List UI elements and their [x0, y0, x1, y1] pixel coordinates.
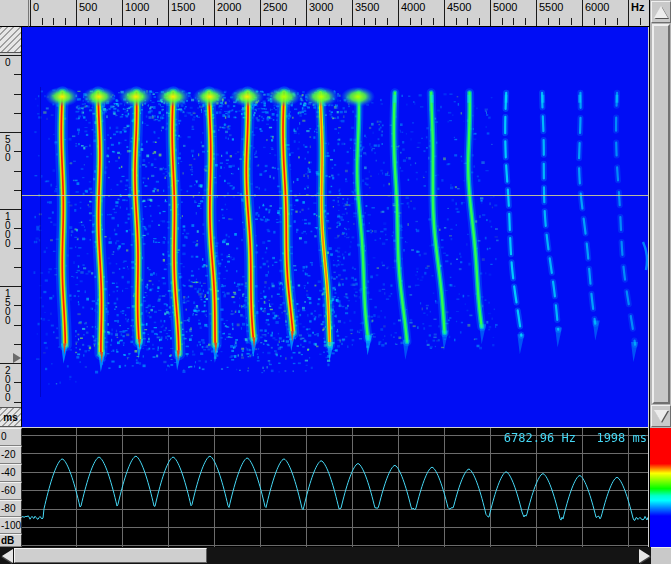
freq-tick	[260, 0, 261, 26]
freq-tick-minor	[203, 18, 204, 25]
freq-tick-minor	[617, 18, 618, 25]
freq-tick-minor	[502, 18, 503, 25]
freq-tick-minor	[237, 18, 238, 25]
freq-tick-minor	[525, 18, 526, 25]
vertical-scrollbar[interactable]	[649, 0, 671, 428]
freq-tick-label: 2000	[217, 1, 241, 13]
freq-tick-minor	[134, 18, 135, 25]
freq-tick-minor	[226, 18, 227, 25]
scroll-right-button[interactable]	[637, 547, 651, 564]
freq-tick-minor	[111, 18, 112, 25]
freq-tick-label: 5500	[539, 1, 563, 13]
db-scale-label: 0	[0, 428, 22, 446]
freq-tick-minor	[157, 18, 158, 25]
freq-tick	[214, 0, 215, 26]
freq-tick-label: 3000	[309, 1, 333, 13]
time-tick-minor	[14, 382, 21, 383]
time-unit-label: ms	[3, 412, 17, 423]
scrollbar-corner-box	[651, 547, 671, 564]
db-unit-label: dB	[0, 534, 22, 547]
freq-tick-minor	[513, 18, 514, 25]
vertical-scrollbar-thumb[interactable]	[652, 24, 670, 404]
freq-tick-minor	[295, 18, 296, 25]
freq-tick-minor	[42, 18, 43, 25]
freq-tick-label: 1000	[125, 1, 149, 13]
time-tick-minor	[14, 248, 21, 249]
freq-tick	[536, 0, 537, 26]
freq-tick-label: 4500	[447, 1, 471, 13]
up-arrow-icon	[654, 6, 668, 18]
db-scale-label: -20	[0, 446, 22, 464]
time-tick-minor	[14, 113, 21, 114]
db-scale-label: -40	[0, 464, 22, 482]
frequency-ruler: 0500100015002000250030003500400045005000…	[0, 0, 649, 27]
time-tick-minor	[14, 94, 21, 95]
cursor-frequency-readout: 6782.96 Hz	[420, 431, 576, 445]
freq-tick-minor	[88, 18, 89, 25]
scroll-left-button[interactable]	[0, 547, 14, 564]
time-tick-minor	[14, 171, 21, 172]
freq-tick-minor	[467, 18, 468, 25]
spectrogram-canvas[interactable]	[22, 27, 648, 427]
freq-tick-minor	[329, 18, 330, 25]
freq-tick-minor	[640, 18, 641, 25]
time-tick-minor	[14, 305, 21, 306]
freq-tick-minor	[387, 18, 388, 25]
freq-tick-minor	[99, 18, 100, 25]
time-tick-label: 1 5 0 0	[5, 289, 11, 325]
db-scale-label: -100	[0, 517, 22, 534]
time-tick	[0, 286, 21, 287]
time-tick	[0, 363, 21, 364]
sonogram-window: 0500100015002000250030003500400045005000…	[0, 0, 671, 564]
freq-tick	[76, 0, 77, 26]
freq-tick-minor	[53, 18, 54, 25]
freq-tick	[490, 0, 491, 26]
ruler-corner-box	[0, 0, 29, 27]
freq-tick-minor	[456, 18, 457, 25]
freq-tick-minor	[283, 18, 284, 25]
freq-tick-minor	[249, 18, 250, 25]
horizontal-scrollbar[interactable]	[0, 547, 651, 564]
time-tick-minor	[14, 267, 21, 268]
freq-tick-minor	[605, 18, 606, 25]
spectrum-canvas[interactable]	[22, 428, 648, 547]
freq-tick-minor	[145, 18, 146, 25]
scroll-up-button[interactable]	[651, 1, 671, 23]
freq-tick-minor	[341, 18, 342, 25]
freq-tick	[122, 0, 123, 26]
freq-tick-minor	[559, 18, 560, 25]
cursor-time-readout: 1998 ms	[578, 431, 647, 445]
freq-tick-minor	[479, 18, 480, 25]
time-tick-label: 5 0 0	[5, 135, 11, 162]
time-tick-minor	[14, 344, 21, 345]
freq-tick-minor	[272, 18, 273, 25]
freq-tick	[352, 0, 353, 26]
intensity-colorbar	[649, 428, 671, 547]
scroll-down-button[interactable]	[651, 405, 671, 427]
db-scale-label: -80	[0, 500, 22, 517]
freq-tick-minor	[318, 18, 319, 25]
time-tick	[0, 55, 21, 56]
freq-tick-minor	[594, 18, 595, 25]
freq-tick-minor	[375, 18, 376, 25]
time-tick-minor	[14, 190, 21, 191]
frequency-unit-label: Hz	[631, 1, 644, 13]
freq-tick	[628, 0, 629, 26]
time-marker-arrow-icon[interactable]	[13, 353, 21, 363]
time-ruler: 05 0 01 0 0 01 5 0 02 0 0 0	[0, 27, 22, 427]
time-tick-label: 2 0 0 0	[5, 366, 11, 402]
freq-tick-label: 500	[79, 1, 97, 13]
time-tick	[0, 132, 21, 133]
freq-tick-minor	[421, 18, 422, 25]
time-tick-minor	[14, 151, 21, 152]
left-arrow-icon	[2, 549, 13, 563]
freq-tick-minor	[180, 18, 181, 25]
freq-tick-label: 6000	[585, 1, 609, 13]
freq-tick-label: 2500	[263, 1, 287, 13]
freq-tick-label: 0	[33, 1, 39, 13]
time-tick-minor	[14, 325, 21, 326]
freq-tick-minor	[191, 18, 192, 25]
horizontal-scrollbar-thumb[interactable]	[14, 548, 207, 563]
freq-tick-label: 3500	[355, 1, 379, 13]
freq-tick-label: 1500	[171, 1, 195, 13]
